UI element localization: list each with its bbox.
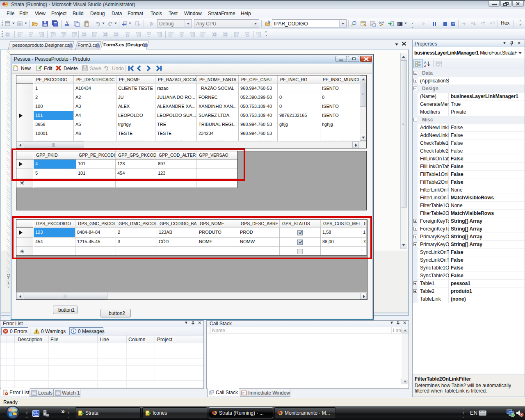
svg-text:Z: Z bbox=[424, 64, 426, 67]
